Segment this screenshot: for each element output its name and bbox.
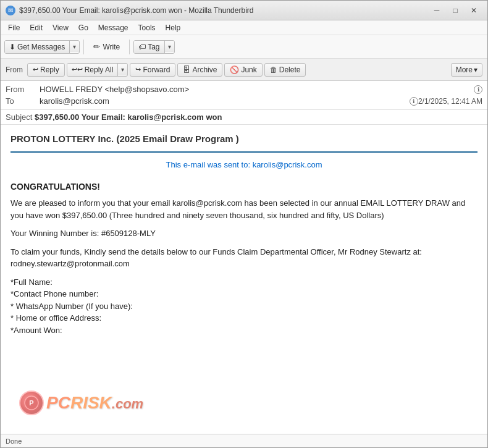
archive-icon: 🗄 xyxy=(183,66,190,74)
toolbar: ⬇ Get Messages ▾ ✏ Write 🏷 Tag ▾ xyxy=(1,35,487,59)
field-address: * Home or office Address: xyxy=(11,312,477,324)
write-icon: ✏ xyxy=(93,42,100,51)
window-title: $397,650.00 Your Email: karolis@pcrisk.c… xyxy=(19,6,253,15)
status-text: Done xyxy=(6,437,22,445)
watermark-pc: PC xyxy=(46,393,70,412)
get-messages-split-button: ⬇ Get Messages ▾ xyxy=(4,40,80,54)
subject-label: Subject xyxy=(6,112,35,122)
get-messages-icon: ⬇ xyxy=(9,43,15,51)
forward-icon: ↪ xyxy=(135,66,141,74)
email-subject-row: Subject $397,650.00 Your Email: karolis@… xyxy=(1,110,487,125)
tag-split-button: 🏷 Tag ▾ xyxy=(133,40,174,54)
reply-button[interactable]: ↩ Reply xyxy=(27,63,65,77)
more-button[interactable]: More ▾ xyxy=(451,63,482,77)
tag-label: Tag xyxy=(148,43,159,51)
junk-label: Junk xyxy=(241,66,256,74)
svg-point-0 xyxy=(25,396,38,410)
get-messages-label: Get Messages xyxy=(17,43,65,51)
junk-icon: 🚫 xyxy=(230,66,239,74)
delete-label: Delete xyxy=(279,66,301,74)
from-row: From HOWELL FREDY <help@shopsavo.com> ℹ xyxy=(6,83,482,95)
maximize-button[interactable]: □ xyxy=(447,4,464,17)
more-arrow-icon: ▾ xyxy=(474,66,477,74)
lottery-header: PROTON LOTTERY Inc. (2025 Email Draw Pro… xyxy=(11,132,477,153)
action-bar: From ↩ Reply ↩↩ Reply All ▾ ↪ Forward 🗄 … xyxy=(1,59,487,81)
toolbar-divider-1 xyxy=(83,40,84,54)
body-paragraph-2: Your Winning Number is: #6509128-MLY xyxy=(11,227,477,240)
pcrisk-logo-svg: P xyxy=(24,395,39,410)
watermark: P PCRISK.com xyxy=(19,391,143,415)
tag-main[interactable]: 🏷 Tag xyxy=(134,41,164,53)
email-body: PROTON LOTTERY Inc. (2025 Email Draw Pro… xyxy=(1,125,487,344)
title-bar: ✉ $397,650.00 Your Email: karolis@pcrisk… xyxy=(1,1,487,20)
close-button[interactable]: ✕ xyxy=(465,4,482,17)
more-label: More xyxy=(456,66,473,74)
write-button[interactable]: ✏ Write xyxy=(88,40,125,54)
tag-arrow[interactable]: ▾ xyxy=(165,41,174,52)
sent-to-line: This e-mail was sent to: karolis@pcrisk.… xyxy=(11,159,477,171)
delete-button[interactable]: 🗑 Delete xyxy=(264,63,306,77)
tag-icon: 🏷 xyxy=(138,43,146,51)
reply-icon: ↩ xyxy=(33,66,38,74)
reply-all-split-button: ↩↩ Reply All ▾ xyxy=(67,63,128,77)
form-fields: *Full Name: *Contact Phone number: * Wha… xyxy=(11,276,477,337)
delete-icon: 🗑 xyxy=(270,66,277,74)
reply-all-arrow[interactable]: ▾ xyxy=(118,64,127,75)
field-amount: *Amount Won: xyxy=(11,324,477,337)
email-header: From HOWELL FREDY <help@shopsavo.com> ℹ … xyxy=(1,81,487,110)
get-messages-arrow[interactable]: ▾ xyxy=(70,41,79,52)
watermark-circle-icon: P xyxy=(19,391,44,415)
app-icon: ✉ xyxy=(6,6,15,15)
menu-bar: File Edit View Go Message Tools Help xyxy=(1,20,487,35)
window-controls: ─ □ ✕ xyxy=(428,4,482,17)
forward-button[interactable]: ↪ Forward xyxy=(130,63,175,77)
junk-button[interactable]: 🚫 Junk xyxy=(224,63,262,77)
to-field-label: To xyxy=(6,96,40,106)
archive-button[interactable]: 🗄 Archive xyxy=(177,63,222,77)
reply-all-label: Reply All xyxy=(85,66,114,74)
body-paragraph-3: To claim your funds, Kindly send the det… xyxy=(11,246,477,270)
menu-tools[interactable]: Tools xyxy=(133,22,161,33)
menu-edit[interactable]: Edit xyxy=(25,22,48,33)
reply-all-main[interactable]: ↩↩ Reply All xyxy=(67,64,119,76)
watermark-risk: RISK xyxy=(70,393,112,412)
from-field-value: HOWELL FREDY <help@shopsavo.com> xyxy=(40,85,471,94)
watermark-text: PCRISK.com xyxy=(46,393,143,413)
watermark-logo: P PCRISK.com xyxy=(19,391,143,415)
archive-label: Archive xyxy=(192,66,217,74)
from-label: From xyxy=(6,66,23,74)
reply-label: Reply xyxy=(40,66,59,74)
to-info-icon[interactable]: ℹ xyxy=(410,97,418,106)
subject-value: $397,650.00 Your Email: karolis@pcrisk.c… xyxy=(35,112,222,122)
to-field-value: karolis@pcrisk.com xyxy=(40,96,407,106)
get-messages-main[interactable]: ⬇ Get Messages xyxy=(5,41,70,53)
body-paragraph-1: We are pleased to inform you that your e… xyxy=(11,197,477,221)
menu-message[interactable]: Message xyxy=(93,22,133,33)
field-phone: *Contact Phone number: xyxy=(11,288,477,300)
svg-text:P: P xyxy=(29,399,33,407)
reply-all-icon: ↩↩ xyxy=(72,66,83,74)
email-body-container[interactable]: PROTON LOTTERY Inc. (2025 Email Draw Pro… xyxy=(1,125,487,434)
minimize-button[interactable]: ─ xyxy=(428,4,445,17)
field-full-name: *Full Name: xyxy=(11,276,477,289)
congratulations-text: CONGRATULATIONS! xyxy=(11,180,477,193)
from-info-icon[interactable]: ℹ xyxy=(474,85,482,94)
field-whatsapp: * WhatsApp Number (If you have): xyxy=(11,300,477,313)
from-field-label: From xyxy=(6,85,40,94)
menu-go[interactable]: Go xyxy=(74,22,93,33)
main-window: ✉ $397,650.00 Your Email: karolis@pcrisk… xyxy=(0,0,488,448)
toolbar-divider-2 xyxy=(129,40,130,54)
status-bar: Done xyxy=(1,434,487,447)
menu-help[interactable]: Help xyxy=(161,22,186,33)
watermark-suffix: .com xyxy=(112,396,143,412)
title-bar-left: ✉ $397,650.00 Your Email: karolis@pcrisk… xyxy=(6,6,253,15)
menu-view[interactable]: View xyxy=(48,22,74,33)
write-label: Write xyxy=(103,43,120,51)
menu-file[interactable]: File xyxy=(3,22,25,33)
email-date: 2/1/2025, 12:41 AM xyxy=(418,97,482,106)
to-row: To karolis@pcrisk.com ℹ 2/1/2025, 12:41 … xyxy=(6,95,482,107)
forward-label: Forward xyxy=(143,66,170,74)
